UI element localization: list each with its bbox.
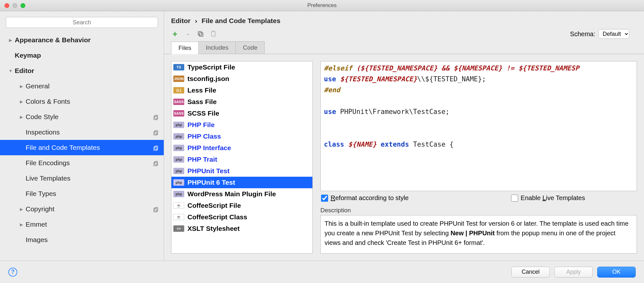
tab-files[interactable]: Files	[171, 42, 199, 54]
sidebar-item-images[interactable]: ▶Images	[0, 232, 164, 247]
template-item[interactable]: SASSSass File	[171, 96, 312, 108]
template-item[interactable]: ☕CoffeeScript Class	[171, 211, 312, 223]
template-item[interactable]: phpPHP Interface	[171, 142, 312, 154]
window-title: Preferences	[307, 2, 337, 9]
sidebar-item-file-and-code-templates[interactable]: ▶File and Code Templates	[0, 140, 164, 155]
template-item[interactable]: {L}Less File	[171, 85, 312, 96]
template-list[interactable]: TSTypeScript FileJSONtsconfig.json{L}Les…	[171, 61, 313, 254]
svg-rect-9	[154, 208, 157, 212]
zoom-icon[interactable]	[21, 3, 25, 8]
template-item[interactable]: phpPHPUnit Test	[171, 165, 312, 177]
svg-rect-0	[155, 115, 158, 119]
traffic-lights	[0, 3, 25, 8]
reformat-label: eformat according to style	[335, 194, 409, 201]
cancel-button[interactable]: Cancel	[511, 267, 550, 278]
code-token: (${TESTED_NAMESPACE} && ${NAMESPACE} != …	[352, 64, 579, 72]
template-item[interactable]: SASSSCSS File	[171, 108, 312, 119]
live-templates-checkbox[interactable]: Enable Live Templates	[511, 194, 585, 202]
tab-includes[interactable]: Includes	[198, 41, 236, 54]
schema-chooser: Schema: Default	[570, 29, 637, 39]
project-scope-icon	[153, 114, 160, 120]
description-text: New | PHPUnit	[450, 230, 495, 237]
template-item[interactable]: phpPHP Class	[171, 131, 312, 142]
file-type-icon: <>	[173, 225, 184, 232]
file-type-icon: php	[173, 145, 184, 151]
footer: ? Cancel Apply OK	[0, 261, 644, 283]
search-input[interactable]	[6, 17, 158, 28]
file-type-icon: php	[173, 191, 184, 197]
sidebar-item-label: Emmet	[26, 221, 160, 228]
code-token: use	[324, 108, 336, 116]
template-name: WordPress Main Plugin File	[187, 190, 276, 198]
template-item[interactable]: phpPHPUnit 6 Test	[171, 177, 312, 188]
file-type-icon: TS	[173, 64, 184, 70]
sidebar-item-code-style[interactable]: ▶Code Style	[0, 109, 164, 125]
sidebar-item-live-templates[interactable]: ▶Live Templates	[0, 171, 164, 186]
template-name: PHP File	[187, 121, 215, 129]
file-type-icon: {L}	[173, 87, 184, 93]
svg-rect-12	[212, 32, 215, 36]
template-name: TypeScript File	[187, 63, 235, 71]
template-code[interactable]: #elseif (${TESTED_NAMESPACE} && ${NAMESP…	[320, 61, 637, 191]
code-token: extends	[376, 141, 409, 148]
reformat-checkbox[interactable]: Reformat according to style	[321, 194, 409, 202]
sidebar-item-general[interactable]: ▶General	[0, 78, 164, 94]
template-name: CoffeeScript File	[187, 202, 241, 209]
tab-bar: FilesIncludesCode	[164, 41, 644, 54]
sidebar: ▶Appearance & Behavior▶Keymap▼Editor▶Gen…	[0, 11, 164, 261]
svg-rect-11	[198, 32, 202, 35]
code-token: #elseif	[324, 64, 352, 72]
sidebar-item-label: Editor	[15, 67, 160, 75]
sidebar-item-copyright[interactable]: ▶Copyright	[0, 201, 164, 217]
template-item[interactable]: TSTypeScript File	[171, 61, 312, 73]
template-name: CoffeeScript Class	[187, 213, 247, 221]
svg-rect-6	[155, 161, 158, 165]
code-token: class	[324, 141, 344, 148]
chevron-down-icon: ▼	[8, 69, 13, 73]
template-item[interactable]: phpPHP Trait	[171, 154, 312, 165]
apply-button[interactable]: Apply	[554, 267, 593, 278]
sidebar-item-file-encodings[interactable]: ▶File Encodings	[0, 155, 164, 171]
template-name: PHPUnit Test	[187, 167, 229, 175]
close-icon[interactable]	[4, 3, 9, 8]
code-token: ${TESTED_NAMESPACE}	[336, 75, 417, 83]
template-name: PHP Trait	[187, 156, 217, 163]
help-button[interactable]: ?	[8, 268, 17, 277]
template-item[interactable]: phpWordPress Main Plugin File	[171, 188, 312, 200]
panel: TSTypeScript FileJSONtsconfig.json{L}Les…	[164, 54, 644, 261]
remove-button[interactable]: －	[184, 30, 192, 38]
tab-code[interactable]: Code	[235, 41, 265, 54]
template-item[interactable]: JSONtsconfig.json	[171, 73, 312, 85]
chevron-right-icon: ▶	[19, 84, 24, 89]
code-token: #end	[324, 86, 340, 94]
code-token: PHPUnit\Framework\TestCase;	[336, 108, 450, 116]
template-item[interactable]: phpPHP File	[171, 119, 312, 131]
copy-button[interactable]	[197, 30, 204, 38]
sidebar-item-keymap[interactable]: ▶Keymap	[0, 48, 164, 63]
sidebar-item-label: Images	[26, 236, 160, 244]
sidebar-item-inspections[interactable]: ▶Inspections	[0, 125, 164, 140]
minimize-icon[interactable]	[12, 3, 17, 8]
live-label: L	[542, 194, 546, 201]
template-item[interactable]: ☕CoffeeScript File	[171, 200, 312, 211]
sidebar-item-appearance-behavior[interactable]: ▶Appearance & Behavior	[0, 32, 164, 48]
template-name: PHP Class	[187, 133, 221, 140]
ok-button[interactable]: OK	[597, 267, 636, 278]
template-item[interactable]: <>XSLT Stylesheet	[171, 223, 312, 234]
chevron-right-icon: ▶	[19, 207, 24, 212]
sidebar-item-emmet[interactable]: ▶Emmet	[0, 217, 164, 232]
schema-select[interactable]: Default	[599, 29, 629, 39]
add-button[interactable]: +	[171, 30, 179, 38]
file-type-icon: php	[173, 156, 184, 163]
svg-rect-2	[155, 131, 158, 134]
template-options: Reformat according to style Enable Live …	[320, 191, 637, 205]
reformat-label: R	[331, 194, 335, 201]
clipboard-button[interactable]	[210, 30, 217, 38]
sidebar-item-file-types[interactable]: ▶File Types	[0, 186, 164, 201]
sidebar-item-label: Inspections	[26, 128, 153, 136]
sidebar-item-editor[interactable]: ▼Editor	[0, 63, 164, 78]
sidebar-item-colors-fonts[interactable]: ▶Colors & Fonts	[0, 94, 164, 109]
svg-rect-10	[199, 33, 203, 36]
sidebar-item-label: File Encodings	[26, 159, 153, 167]
svg-rect-5	[154, 147, 157, 151]
